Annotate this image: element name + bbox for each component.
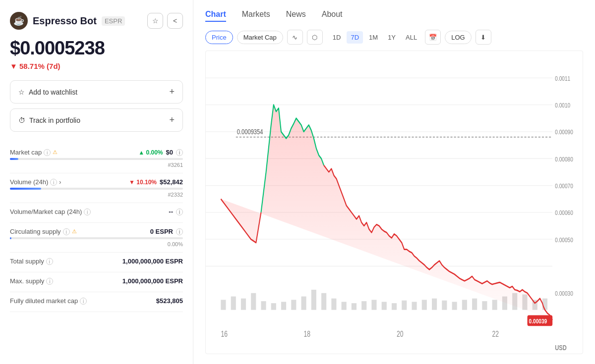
- log-button[interactable]: LOG: [445, 31, 471, 44]
- max-supply-value: 1,000,000,000 ESPR: [122, 277, 183, 285]
- portfolio-label: Track in portfolio: [29, 116, 80, 124]
- fully-diluted-top: Fully diluted market cap i $523,805: [10, 297, 183, 305]
- volume-info-icon[interactable]: i: [50, 179, 57, 186]
- time-1d-button[interactable]: 1D: [329, 31, 345, 44]
- svg-rect-10: [221, 300, 226, 310]
- price-change: ▼ 58.71% (7d): [10, 62, 183, 70]
- fd-info-icon[interactable]: i: [80, 298, 87, 305]
- volume-market-cap-top: Volume/Market cap (24h) i -- i: [10, 208, 183, 215]
- volume-bar: [10, 188, 183, 190]
- portfolio-plus-icon: +: [169, 115, 175, 125]
- volume-24h-label: Volume (24h) i ›: [10, 178, 61, 186]
- svg-text:0.00050: 0.00050: [555, 236, 573, 244]
- fully-diluted-row: Fully diluted market cap i $523,805: [10, 292, 183, 312]
- svg-rect-22: [342, 302, 347, 310]
- svg-rect-17: [291, 300, 296, 310]
- time-1m-button[interactable]: 1M: [365, 31, 382, 44]
- coin-logo-char: ☕: [13, 15, 24, 26]
- tab-news[interactable]: News: [286, 10, 306, 22]
- vmc-info-icon[interactable]: i: [84, 208, 91, 215]
- svg-rect-31: [432, 299, 437, 310]
- tab-chart[interactable]: Chart: [205, 10, 226, 22]
- cs-warn-icon: ⚠: [72, 228, 77, 235]
- cs-bar-fill: [10, 237, 11, 239]
- volume-market-cap-row: Volume/Market cap (24h) i -- i: [10, 203, 183, 223]
- volume-rank: #2332: [10, 192, 183, 198]
- total-supply-row: Total supply i 1,000,000,000 ESPR: [10, 253, 183, 272]
- watchlist-star-button[interactable]: ☆: [147, 13, 163, 29]
- total-supply-value: 1,000,000,000 ESPR: [122, 258, 183, 265]
- chart-controls: Price Market Cap ∿ ⬡ 1D 7D 1M 1Y ALL 📅 L…: [205, 30, 583, 45]
- max-supply-label: Max. supply i: [10, 277, 53, 285]
- volume-market-cap-value: -- i: [169, 208, 183, 215]
- volume-24h-value: ▼ 10.10% $52,842: [129, 178, 183, 186]
- volume-bar-fill: [10, 188, 41, 190]
- volume-24h-row: Volume (24h) i › ▼ 10.10% $52,842 #2332: [10, 173, 183, 203]
- svg-rect-35: [472, 299, 477, 310]
- svg-rect-13: [251, 293, 256, 310]
- time-7d-button[interactable]: 7D: [347, 31, 363, 44]
- price-button[interactable]: Price: [205, 31, 233, 44]
- cs-value-info[interactable]: i: [176, 228, 183, 235]
- candle-chart-button[interactable]: ⬡: [307, 30, 323, 45]
- volume-expand-icon[interactable]: ›: [59, 179, 61, 186]
- circulating-supply-pct: 0.00%: [10, 241, 183, 247]
- market-cap-bar-fill: [10, 158, 18, 160]
- max-supply-row: Max. supply i 1,000,000,000 ESPR: [10, 272, 183, 292]
- track-portfolio-button[interactable]: ⏱ Track in portfolio +: [10, 108, 183, 132]
- market-cap-rank: #3261: [10, 162, 183, 168]
- svg-rect-15: [271, 303, 276, 310]
- cs-info-icon[interactable]: i: [63, 228, 70, 235]
- circulating-supply-label: Circulating supply i ⚠: [10, 228, 77, 235]
- add-to-watchlist-button[interactable]: ☆ Add to watchlist +: [10, 80, 183, 104]
- total-supply-top: Total supply i 1,000,000,000 ESPR: [10, 258, 183, 265]
- svg-text:16: 16: [221, 329, 228, 338]
- time-all-button[interactable]: ALL: [402, 31, 421, 44]
- tab-about[interactable]: About: [322, 10, 343, 22]
- line-icon: ∿: [292, 34, 298, 41]
- download-icon: ⬇: [480, 34, 486, 41]
- market-cap-info-icon[interactable]: i: [44, 149, 51, 156]
- svg-rect-18: [301, 297, 306, 310]
- svg-rect-34: [462, 300, 467, 310]
- right-panel: Chart Markets News About Price Market Ca…: [193, 0, 595, 364]
- svg-rect-33: [452, 302, 457, 310]
- candle-icon: ⬡: [312, 34, 317, 41]
- ts-info-icon[interactable]: i: [46, 258, 53, 265]
- market-cap-value-info[interactable]: i: [176, 149, 183, 156]
- vmc-value-info[interactable]: i: [176, 208, 183, 215]
- calendar-button[interactable]: 📅: [425, 30, 441, 45]
- svg-rect-36: [482, 301, 487, 310]
- svg-rect-21: [331, 299, 336, 310]
- fully-diluted-label: Fully diluted market cap i: [10, 297, 87, 305]
- chart-area: 0.0009354: [205, 51, 583, 354]
- coin-ticker: ESPR: [102, 16, 125, 26]
- tab-markets[interactable]: Markets: [242, 10, 270, 22]
- volume-market-cap-label: Volume/Market cap (24h) i: [10, 208, 91, 215]
- svg-text:0.00060: 0.00060: [555, 209, 573, 217]
- ms-info-icon[interactable]: i: [46, 278, 53, 285]
- tabs-nav: Chart Markets News About: [205, 10, 583, 22]
- svg-rect-29: [412, 302, 416, 310]
- market-cap-button[interactable]: Market Cap: [237, 31, 283, 44]
- line-chart-button[interactable]: ∿: [287, 30, 303, 45]
- market-cap-value: ▲ 0.00% $0 i: [138, 149, 183, 156]
- market-cap-row: Market cap i ⚠ ▲ 0.00% $0 i #3261: [10, 144, 183, 173]
- market-cap-top: Market cap i ⚠ ▲ 0.00% $0 i: [10, 149, 183, 156]
- svg-text:0.00039: 0.00039: [529, 317, 547, 325]
- svg-rect-25: [371, 300, 376, 310]
- time-1y-button[interactable]: 1Y: [384, 31, 400, 44]
- action-buttons: ☆ Add to watchlist + ⏱ Track in portfoli…: [10, 80, 183, 132]
- circulating-supply-bar: [10, 237, 183, 239]
- svg-text:0.00030: 0.00030: [555, 290, 573, 298]
- share-button[interactable]: <: [167, 13, 183, 29]
- price-change-text: ▼ 58.71% (7d): [10, 62, 60, 70]
- svg-rect-30: [422, 300, 427, 310]
- coin-header: ☕ Espresso Bot ESPR ☆ <: [10, 12, 183, 30]
- watchlist-plus-icon: +: [169, 87, 175, 97]
- circulating-supply-row: Circulating supply i ⚠ 0 ESPR i 0.00%: [10, 223, 183, 253]
- svg-text:0.0009354: 0.0009354: [237, 128, 263, 136]
- watchlist-btn-left: ☆ Add to watchlist: [18, 88, 77, 96]
- download-button[interactable]: ⬇: [476, 30, 491, 45]
- svg-rect-37: [492, 300, 497, 310]
